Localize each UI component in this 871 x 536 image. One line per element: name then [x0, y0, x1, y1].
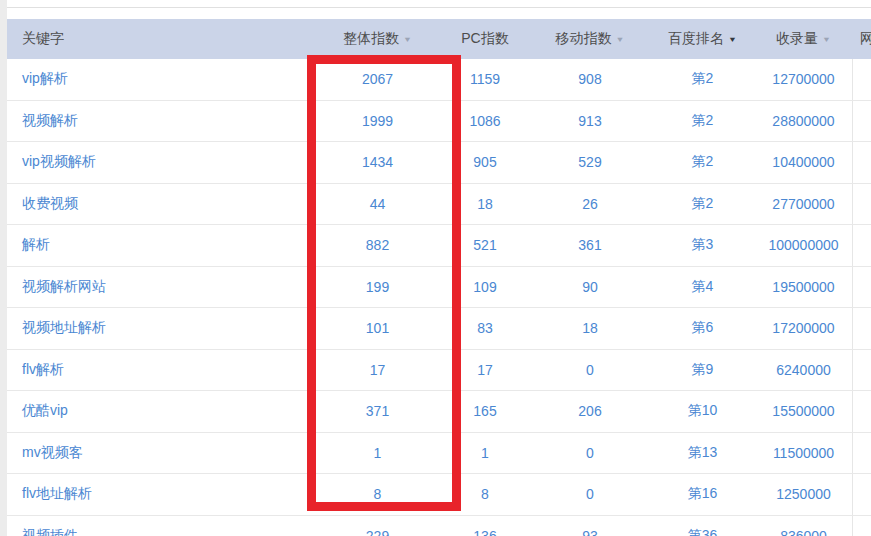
collect-count-value[interactable]: 17200000 — [772, 320, 834, 336]
keyword-link[interactable]: 视频解析 — [22, 112, 78, 130]
overall-index-value[interactable]: 1999 — [362, 113, 393, 129]
column-header-keyword: 关键字 — [7, 19, 315, 59]
keyword-cell[interactable]: 视频地址解析 — [7, 308, 315, 349]
pc-index-value[interactable]: 1159 — [470, 71, 500, 87]
pc-index-cell: 17 — [440, 350, 530, 391]
baidu-rank-value[interactable]: 第4 — [692, 278, 714, 296]
table-row: 优酷vip 371 165 206 第10 15500000 — [7, 391, 871, 433]
baidu-rank-cell: 第2 — [650, 184, 755, 225]
collect-count-value[interactable]: 10400000 — [772, 154, 834, 170]
collect-count-value[interactable]: 11500000 — [773, 445, 834, 461]
baidu-rank-value[interactable]: 第10 — [688, 402, 718, 420]
overall-index-value[interactable]: 101 — [366, 320, 389, 336]
pc-index-value[interactable]: 17 — [477, 362, 493, 378]
baidu-rank-value[interactable]: 第13 — [688, 444, 718, 462]
keyword-link[interactable]: vip视频解析 — [22, 153, 96, 171]
pc-index-value[interactable]: 1086 — [469, 113, 500, 129]
mobile-index-value[interactable]: 0 — [586, 445, 594, 461]
keyword-link[interactable]: vip解析 — [22, 70, 68, 88]
keyword-cell[interactable]: 视频解析 — [7, 101, 315, 142]
mobile-index-cell: 361 — [530, 225, 650, 266]
pc-index-value[interactable]: 18 — [477, 196, 493, 212]
column-header-label: 网页标题 — [860, 30, 871, 48]
overall-index-value[interactable]: 44 — [370, 196, 386, 212]
pc-index-value[interactable]: 165 — [473, 403, 496, 419]
keyword-cell[interactable]: vip解析 — [7, 59, 315, 100]
pc-index-value[interactable]: 905 — [473, 154, 496, 170]
keyword-link[interactable]: mv视频客 — [22, 444, 83, 462]
mobile-index-value[interactable]: 93 — [582, 528, 598, 536]
baidu-rank-value[interactable]: 第16 — [688, 485, 718, 503]
collect-count-value[interactable]: 12700000 — [772, 71, 834, 87]
keyword-cell[interactable]: flv解析 — [7, 350, 315, 391]
collect-count-value[interactable]: 100000000 — [768, 237, 838, 253]
collect-count-value[interactable]: 28800000 — [772, 113, 834, 129]
overall-index-value[interactable]: 229 — [366, 528, 389, 536]
collect-count-cell: 10400000 — [755, 142, 852, 183]
mobile-index-value[interactable]: 913 — [578, 113, 601, 129]
keyword-cell[interactable]: flv地址解析 — [7, 474, 315, 515]
mobile-index-value[interactable]: 18 — [582, 320, 598, 336]
mobile-index-value[interactable]: 26 — [582, 196, 598, 212]
keyword-link[interactable]: 收费视频 — [22, 195, 78, 213]
keyword-cell[interactable]: 视频插件 — [7, 516, 315, 536]
keyword-cell[interactable]: vip视频解析 — [7, 142, 315, 183]
collect-count-value[interactable]: 19500000 — [772, 279, 834, 295]
overall-index-value[interactable]: 1434 — [362, 154, 393, 170]
mobile-index-value[interactable]: 529 — [578, 154, 601, 170]
baidu-rank-value[interactable]: 第2 — [692, 112, 714, 130]
baidu-rank-value[interactable]: 第36 — [688, 527, 718, 536]
mobile-index-value[interactable]: 361 — [578, 237, 601, 253]
mobile-index-value[interactable]: 908 — [578, 71, 601, 87]
table-row: flv地址解析 8 8 0 第16 1250000 — [7, 474, 871, 516]
keyword-cell[interactable]: 优酷vip — [7, 391, 315, 432]
column-header-baidu-rank[interactable]: 百度排名 ▼ — [650, 19, 755, 59]
overall-index-value[interactable]: 199 — [366, 279, 389, 295]
overall-index-cell: 229 — [315, 516, 440, 536]
keyword-cell[interactable]: 收费视频 — [7, 184, 315, 225]
baidu-rank-value[interactable]: 第2 — [692, 195, 714, 213]
baidu-rank-value[interactable]: 第3 — [692, 236, 714, 254]
overall-index-cell: 44 — [315, 184, 440, 225]
column-header-collect-count[interactable]: 收录量 ▼ — [755, 19, 852, 59]
collect-count-value[interactable]: 27700000 — [772, 196, 834, 212]
overall-index-value[interactable]: 1 — [374, 445, 382, 461]
keyword-link[interactable]: 视频地址解析 — [22, 319, 106, 337]
overall-index-value[interactable]: 17 — [370, 362, 386, 378]
column-header-overall-index[interactable]: 整体指数 ▼ — [315, 19, 440, 59]
collect-count-cell: 27700000 — [755, 184, 852, 225]
column-header-mobile-index[interactable]: 移动指数 ▼ — [530, 19, 650, 59]
keyword-cell[interactable]: 视频解析网站 — [7, 267, 315, 308]
baidu-rank-value[interactable]: 第6 — [692, 319, 714, 337]
collect-count-value[interactable]: 6240000 — [776, 362, 831, 378]
pc-index-value[interactable]: 521 — [473, 237, 496, 253]
overall-index-value[interactable]: 2067 — [362, 71, 393, 87]
keyword-link[interactable]: 解析 — [22, 236, 50, 254]
collect-count-value[interactable]: 836000 — [780, 528, 827, 536]
pc-index-value[interactable]: 136 — [473, 528, 496, 536]
overall-index-value[interactable]: 882 — [366, 237, 389, 253]
baidu-rank-value[interactable]: 第2 — [692, 153, 714, 171]
keyword-link[interactable]: flv解析 — [22, 361, 64, 379]
mobile-index-value[interactable]: 90 — [582, 279, 598, 295]
keyword-link[interactable]: 视频插件 — [22, 527, 78, 536]
collect-count-cell: 836000 — [755, 516, 852, 536]
keyword-cell[interactable]: 解析 — [7, 225, 315, 266]
overall-index-value[interactable]: 8 — [374, 486, 382, 502]
keyword-link[interactable]: 视频解析网站 — [22, 278, 106, 296]
collect-count-value[interactable]: 15500000 — [772, 403, 834, 419]
keyword-link[interactable]: 优酷vip — [22, 402, 68, 420]
baidu-rank-value[interactable]: 第9 — [692, 361, 714, 379]
mobile-index-value[interactable]: 206 — [578, 403, 601, 419]
pc-index-value[interactable]: 1 — [481, 445, 489, 461]
pc-index-value[interactable]: 8 — [481, 486, 489, 502]
pc-index-value[interactable]: 83 — [477, 320, 493, 336]
collect-count-value[interactable]: 1250000 — [776, 486, 831, 502]
mobile-index-value[interactable]: 0 — [586, 362, 594, 378]
mobile-index-value[interactable]: 0 — [586, 486, 594, 502]
baidu-rank-value[interactable]: 第2 — [692, 70, 714, 88]
keyword-link[interactable]: flv地址解析 — [22, 485, 92, 503]
overall-index-value[interactable]: 371 — [366, 403, 389, 419]
keyword-cell[interactable]: mv视频客 — [7, 433, 315, 474]
pc-index-value[interactable]: 109 — [473, 279, 496, 295]
